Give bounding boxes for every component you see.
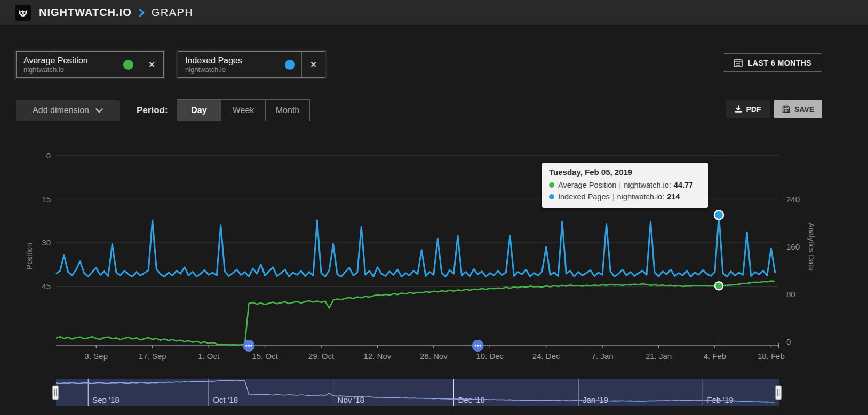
chart-tooltip: Tuesday, Feb 05, 2019 Average Position |… (542, 163, 708, 208)
tooltip-separator: | (612, 191, 615, 203)
right-axis-tick-label: 240 (786, 195, 800, 204)
mini-month-label: Jan '19 (583, 395, 608, 404)
x-axis-tick-label: 4. Feb (704, 352, 727, 361)
x-axis-tick-label: 12. Nov (364, 352, 392, 361)
y-axis-tick-label: 30 (42, 238, 51, 247)
highlighted-point-average-position[interactable] (715, 282, 723, 290)
right-axis-tick-label: 80 (786, 290, 795, 299)
annotation-dot (477, 345, 479, 346)
range-handle-right[interactable] (776, 386, 782, 400)
annotation-dot (250, 345, 252, 346)
left-axis-title: Position (25, 243, 34, 269)
annotation-dot (479, 345, 481, 346)
annotation-dot (474, 345, 476, 346)
right-axis-tick-label: 160 (786, 242, 800, 251)
blue-dot-icon (549, 194, 554, 199)
x-axis-tick-label: 10. Dec (476, 352, 504, 361)
tooltip-value: 214 (667, 191, 680, 203)
tooltip-site: nightwatch.io: (617, 191, 665, 203)
x-axis-tick-label: 7. Jan (592, 352, 614, 361)
tooltip-row-indexed-pages: Indexed Pages | nightwatch.io: 214 (549, 191, 701, 203)
right-axis-title: Analytics Data (807, 222, 816, 270)
highlighted-point-indexed-pages[interactable] (714, 210, 723, 219)
x-axis-tick-label: 1. Oct (198, 352, 220, 361)
right-axis-tick-label: 0 (786, 337, 791, 346)
mini-month-label: Oct '18 (213, 395, 238, 404)
tooltip-site: nightwatch.io: (624, 179, 671, 191)
mini-month-label: Feb '19 (707, 395, 734, 404)
green-dot-icon (549, 182, 554, 188)
y-axis-tick-label: 45 (42, 282, 51, 291)
x-axis-tick-label: 24. Dec (532, 352, 560, 361)
nightwatch-dashboard: NIGHTWATCH.IO GRAPH Average Position nig… (0, 0, 868, 415)
range-handle-left[interactable] (53, 386, 59, 400)
tooltip-date: Tuesday, Feb 05, 2019 (549, 167, 701, 177)
x-axis-tick-label: 29. Oct (308, 352, 335, 361)
average-position-line (56, 281, 775, 345)
analytics-chart: 01530452401608003. Sep17. Sep1. Oct15. O… (0, 0, 868, 415)
x-axis-tick-label: 17. Sep (139, 352, 166, 361)
tooltip-series-label: Indexed Pages (558, 191, 610, 203)
annotation-dot (248, 345, 250, 346)
x-axis-tick-label: 18. Feb (758, 352, 785, 361)
mini-month-label: Sep '18 (92, 395, 119, 404)
tooltip-series-label: Average Position (558, 179, 616, 191)
tooltip-row-average-position: Average Position | nightwatch.io: 44.77 (549, 179, 701, 191)
annotation-dot (245, 345, 247, 346)
indexed-pages-line (56, 215, 775, 277)
x-axis-tick-label: 21. Jan (646, 352, 672, 361)
x-axis-tick-label: 15. Oct (252, 352, 278, 361)
tooltip-value: 44.77 (674, 179, 693, 191)
x-axis-tick-label: 26. Nov (420, 352, 448, 361)
y-axis-tick-label: 0 (46, 151, 51, 160)
y-axis-tick-label: 15 (42, 195, 51, 204)
x-axis-tick-label: 3. Sep (85, 352, 108, 361)
tooltip-separator: | (619, 179, 621, 191)
